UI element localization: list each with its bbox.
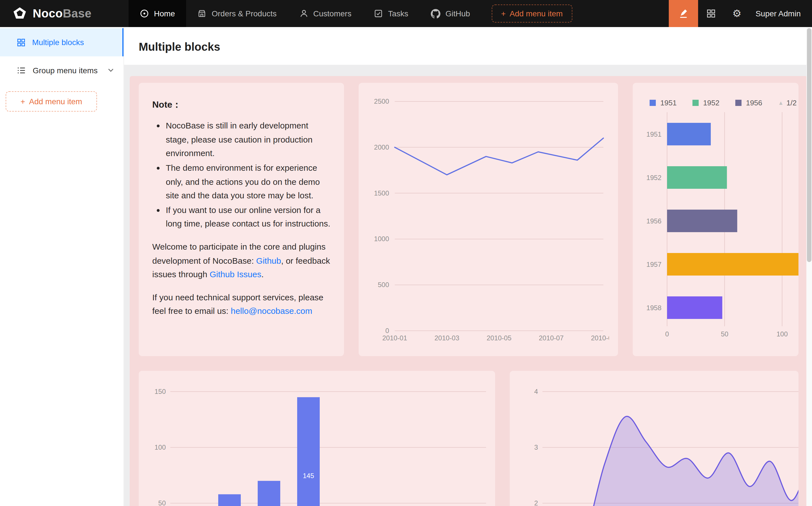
bar-1952 — [667, 166, 727, 189]
note-paragraph: Welcome to participate in the core and p… — [152, 240, 330, 282]
blocks-grid-icon — [17, 38, 25, 47]
legend-pager: ▲1/2▼ — [778, 98, 799, 107]
y-cat-label: 1958 — [647, 304, 661, 312]
line-series — [395, 138, 603, 175]
y-tick-label: 0 — [385, 327, 389, 334]
nav-item-github[interactable]: GitHub — [420, 0, 481, 27]
top-navbar: NocoBase Home Orders & Products Customer… — [0, 0, 812, 27]
note-bullet: NocoBase is still in early development s… — [166, 119, 330, 161]
note-bullet: If you want to use our online version fo… — [166, 203, 330, 231]
page-scrollbar — [806, 27, 812, 506]
app-body: Multiple blocks Group menu items + Add m… — [0, 27, 812, 506]
legend-swatch — [692, 99, 699, 106]
y-tick-label: 2500 — [374, 97, 389, 105]
ui-editor-button[interactable] — [669, 0, 698, 27]
check-square-icon — [374, 9, 383, 18]
blocks-container: Note： NocoBase is still in early develop… — [130, 76, 808, 506]
markdown-note-card: Note： NocoBase is still in early develop… — [139, 83, 344, 356]
plugin-manager-button[interactable] — [698, 0, 724, 27]
legend-swatch — [650, 99, 656, 106]
main-area: Multiple blocks Note： NocoBase is still … — [124, 27, 812, 506]
note-paragraphs: Welcome to participate in the core and p… — [152, 240, 330, 318]
hbar-chart: 05010015019511952195619571958 — [642, 109, 799, 345]
nav-item-home[interactable]: Home — [129, 0, 187, 27]
y-tick-label: 1000 — [374, 235, 389, 243]
sidebar-add-label: Add menu item — [29, 97, 82, 106]
sidebar: Multiple blocks Group menu items + Add m… — [0, 27, 124, 506]
plus-icon: + — [501, 9, 506, 18]
logo-bold: Noco — [33, 7, 63, 20]
x-tick-label: 2010-01 — [382, 334, 407, 342]
y-tick-label: 500 — [378, 281, 389, 288]
settings-button[interactable]: ⚙ — [724, 0, 750, 27]
y-tick-label: 2 — [534, 499, 538, 506]
x-tick-label: 2010-09 — [591, 334, 609, 342]
sidebar-item-group-menu-items[interactable]: Group menu items — [0, 56, 124, 85]
plus-icon: + — [20, 97, 25, 106]
note-link[interactable]: Github Issues — [210, 269, 261, 279]
hbar-legend: 195119521956▲1/2▼ — [642, 92, 790, 109]
x-tick-label: 2010-05 — [487, 334, 511, 342]
nav-item-orders-products[interactable]: Orders & Products — [187, 0, 288, 27]
column-bar — [218, 494, 241, 506]
y-tick-label: 2000 — [374, 144, 389, 151]
logo-text: NocoBase — [33, 7, 92, 20]
grid-icon — [707, 9, 716, 18]
nav-item-label: Home — [154, 9, 175, 18]
page-header: Multiple blocks — [124, 27, 812, 65]
nav-add-menu-item-button[interactable]: + Add menu item — [492, 4, 572, 22]
note-link[interactable]: hello@nocobase.com — [231, 306, 312, 316]
user-menu[interactable]: Super Admin — [750, 9, 812, 18]
sidebar-item-multiple-blocks[interactable]: Multiple blocks — [0, 28, 124, 56]
line-chart-card: 050010001500200025002010-012010-032010-0… — [359, 83, 618, 356]
note-title: Note： — [152, 97, 330, 112]
y-tick-label: 4 — [534, 388, 538, 395]
note-text: . — [262, 269, 264, 279]
nocobase-logo[interactable]: NocoBase — [0, 0, 129, 27]
nav-item-customers[interactable]: Customers — [288, 0, 363, 27]
x-tick-label: 0 — [665, 330, 669, 338]
area-chart-card: 432 — [510, 371, 799, 506]
nav-item-tasks[interactable]: Tasks — [363, 0, 420, 27]
nav-add-label: Add menu item — [510, 9, 563, 18]
legend-swatch — [735, 99, 741, 106]
y-tick-label: 100 — [154, 443, 166, 451]
gear-icon: ⚙ — [733, 8, 741, 19]
legend-item[interactable]: 1956 — [735, 98, 762, 107]
sidebar-item-label: Multiple blocks — [32, 38, 84, 47]
navbar-right-actions: ⚙ Super Admin — [669, 0, 812, 27]
scrollbar-thumb[interactable] — [807, 28, 811, 262]
bar-1956 — [667, 209, 737, 232]
vbar-chart: 15010050145 — [148, 380, 486, 506]
page-content: Note： NocoBase is still in early develop… — [124, 65, 812, 506]
legend-label: 1952 — [703, 98, 720, 107]
bar-1957 — [667, 253, 799, 275]
y-cat-label: 1951 — [647, 131, 661, 138]
list-icon — [17, 66, 26, 75]
y-tick-label: 1500 — [374, 189, 389, 197]
nav-item-label: Orders & Products — [212, 9, 277, 18]
bar-1951 — [667, 123, 711, 145]
x-tick-label: 100 — [777, 330, 788, 338]
y-tick-label: 3 — [534, 443, 538, 451]
sidebar-add-menu-item-button[interactable]: + Add menu item — [6, 91, 97, 111]
nav-item-label: Customers — [313, 9, 351, 18]
legend-item[interactable]: 1951 — [650, 98, 677, 107]
legend-item[interactable]: 1952 — [692, 98, 720, 107]
github-icon — [431, 9, 440, 18]
x-tick-label: 2010-07 — [539, 334, 564, 342]
legend-page-indicator: 1/2 — [786, 98, 797, 107]
x-tick-label: 50 — [721, 330, 729, 338]
y-tick-label: 50 — [158, 499, 166, 506]
note-link[interactable]: Github — [256, 256, 281, 265]
y-cat-label: 1956 — [647, 217, 661, 225]
y-cat-label: 1957 — [647, 261, 661, 268]
home-icon — [140, 9, 149, 18]
line-chart: 050010001500200025002010-012010-032010-0… — [368, 92, 609, 347]
app: NocoBase Home Orders & Products Customer… — [0, 0, 812, 506]
y-tick-label: 150 — [154, 388, 166, 395]
highlighter-icon — [678, 8, 688, 19]
legend-page-up-icon[interactable]: ▲ — [778, 99, 784, 106]
x-tick-label: 2010-03 — [435, 334, 459, 342]
note-bullet: The demo environment is for experience o… — [166, 161, 330, 203]
